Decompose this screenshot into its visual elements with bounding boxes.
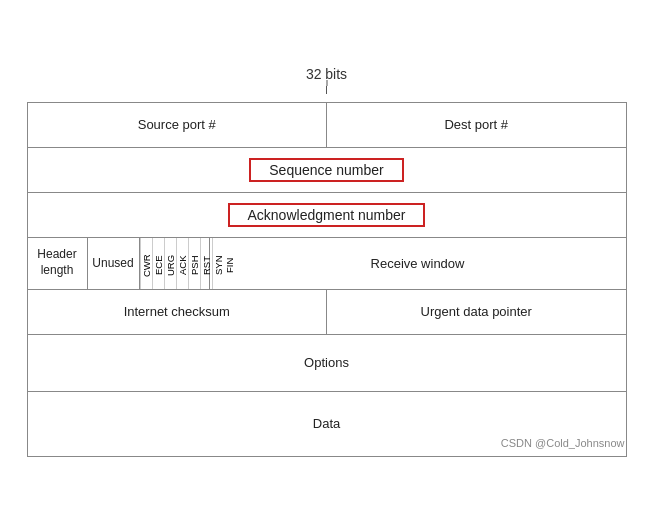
row-sequence: Sequence number: [28, 148, 626, 193]
watermark: CSDN @Cold_Johnsnow: [501, 437, 625, 449]
row-ack: Acknowledgment number: [28, 193, 626, 238]
flags-group: CWR ECE URG ACK PSH RST SYN FIN: [140, 238, 210, 289]
tcp-diagram: 32 bits Source port # Dest port # Sequen…: [17, 66, 637, 457]
source-port-cell: Source port #: [28, 103, 328, 147]
bits-label: 32 bits: [306, 66, 347, 82]
sequence-number-label: Sequence number: [249, 158, 403, 182]
tcp-table: Source port # Dest port # Sequence numbe…: [27, 102, 627, 457]
ack-number-label: Acknowledgment number: [228, 203, 426, 227]
dest-port-cell: Dest port #: [327, 103, 626, 147]
flag-ack: ACK: [176, 238, 188, 289]
flag-ece: ECE: [152, 238, 164, 289]
flag-psh: PSH: [188, 238, 200, 289]
flag-fin: FIN: [224, 238, 235, 289]
row-flags: Header length Unused CWR ECE URG ACK PSH…: [28, 238, 626, 290]
row-checksum: Internet checksum Urgent data pointer: [28, 290, 626, 335]
recv-window-cell: Receive window: [210, 238, 626, 289]
flag-syn: SYN: [212, 238, 224, 289]
options-cell: Options: [28, 335, 626, 391]
urgent-pointer-cell: Urgent data pointer: [327, 290, 626, 334]
checksum-cell: Internet checksum: [28, 290, 328, 334]
row-source-dest: Source port # Dest port #: [28, 103, 626, 148]
flag-rst: RST: [200, 238, 212, 289]
sequence-number-cell: Sequence number: [28, 148, 626, 192]
unused-cell: Unused: [88, 238, 140, 289]
row-options: Options: [28, 335, 626, 392]
flag-urg: URG: [164, 238, 176, 289]
flag-cwr: CWR: [140, 238, 152, 289]
header-length-cell: Header length: [28, 238, 88, 289]
ack-number-cell: Acknowledgment number: [28, 193, 626, 237]
